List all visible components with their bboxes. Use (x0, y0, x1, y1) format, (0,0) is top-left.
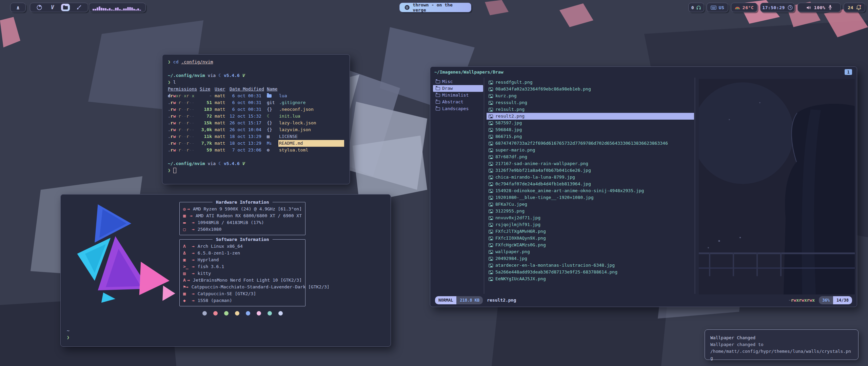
file-item[interactable]: 0c794faf07de24a4db4d4fb1eb813964.jpg (487, 181, 694, 187)
info-row: ▣ → Hyprland (183, 257, 302, 263)
sidebar-folder[interactable]: Landscapes (433, 105, 483, 112)
file-name: 587597.jpg (495, 120, 522, 126)
firefox-button[interactable] (35, 4, 44, 11)
file-item[interactable]: resssult.png (487, 99, 694, 106)
visualizer-bar (107, 9, 108, 11)
file-item[interactable]: 3122955.png (487, 208, 694, 215)
arch-icon: Λ (183, 243, 192, 250)
file-item[interactable]: super-mario.png (487, 147, 694, 154)
spotify-icon (405, 5, 410, 10)
permissions: drwxr-xr-x (168, 93, 197, 99)
notification-toast[interactable]: Wallpaper Changed Wallpaper changed to /… (705, 329, 859, 360)
file-item[interactable]: FXfcJlTXgAMvH6R.png (487, 228, 694, 235)
info-value: 1558 (pacman) (198, 297, 232, 304)
tray-unread[interactable]: 24 (844, 3, 865, 12)
filetype-icon: M↓ (267, 140, 276, 147)
file-manager-window[interactable]: ~/Imagenes/Wallpapers/Draw 1 Misc Draw M… (430, 66, 857, 307)
file-name: nnvuv0xj2df71.jpg (495, 215, 540, 221)
tray-notifications[interactable]: 0 (688, 3, 704, 12)
file-item[interactable]: 19201080-__blue-tinge__-1920×1080.jpg (487, 194, 694, 201)
file-item[interactable]: re1sult.png (487, 106, 694, 113)
image-icon (489, 264, 493, 267)
file-item[interactable]: 8FKa7Cu.jpeg (487, 201, 694, 208)
file-item[interactable]: result2.png (487, 113, 694, 120)
prompt-line[interactable]: ❯ (168, 167, 344, 174)
filetype-icon: ▤ (267, 133, 276, 140)
pane-divider (695, 78, 695, 294)
file-item[interactable]: 596848.jpg (487, 126, 694, 133)
listing-row: .rw-r--r-- 51 matt 6 oct 00:31 git .giti… (168, 99, 344, 106)
info-value: AMD ATI Radeon RX 6800/6800 XT / 6900 XT (196, 212, 302, 219)
tab-indicator[interactable]: 1 (845, 69, 852, 75)
lua-version: v5.4.6 (224, 160, 240, 167)
memory-icon: ▬ (183, 219, 192, 226)
tray-volume[interactable]: 100% (797, 3, 841, 12)
now-playing-widget[interactable]: thrown - on the verge (399, 3, 471, 12)
tray-clock[interactable]: 17:50:29 (760, 3, 795, 12)
terminal-window[interactable]: ❯cd.config/nvim ~/.config/nvimvia☾v5.4.6… (162, 54, 350, 184)
file-item[interactable]: 20492984.jpg (487, 255, 694, 262)
file-date: 26 oct 10:04 (230, 126, 264, 133)
lua-icon: ☾ (218, 160, 221, 167)
visualizer-bar (105, 8, 106, 11)
image-icon (489, 101, 493, 105)
file-item[interactable]: 87r687df.png (487, 154, 694, 160)
mode-badge: NORMAL (435, 296, 456, 304)
file-item[interactable]: chica-mirando-la-luna-8799.jpg (487, 174, 694, 181)
file-item[interactable]: EeNKYgIUcAAJ5JX.png (487, 276, 694, 282)
folder-icon (436, 80, 440, 83)
file-item[interactable]: ressdfgult.png (487, 79, 694, 86)
info-value: AMD Ryzen 9 5900X (24) @ 4.9GHz [61.3°on… (193, 206, 302, 212)
filetype-icon: {} (267, 126, 276, 133)
folder-icon (63, 5, 68, 9)
info-row: A → JetBrainsMono Nerd Font Light 10 [GT… (183, 277, 302, 284)
arrow-icon: → (190, 212, 193, 219)
sidebar-folder[interactable]: Abstract (433, 99, 483, 105)
file-item[interactable]: 08a634fa02a32364f69ebc86a98eb1eb.png (487, 86, 694, 93)
vim-indicator: V (242, 72, 245, 79)
tray-weather[interactable]: 26°C (731, 3, 757, 12)
launcher-button[interactable]: ∧ (10, 3, 26, 12)
fetch-window[interactable]: Hardware Information ◎ → AMD Ryzen 9 590… (60, 194, 391, 347)
file-item[interactable]: nnvuv0xj2df71.jpg (487, 215, 694, 221)
tray-keyboard-layout[interactable]: US (707, 3, 728, 12)
file-item[interactable]: FXfcII0X0AQyn9X.png (487, 235, 694, 242)
file-item[interactable]: wallpaper.png (487, 248, 694, 255)
firefox-icon (36, 4, 42, 11)
file-item[interactable]: atardecer-en-la-montanas-ilustracion-634… (487, 262, 694, 269)
file-item[interactable]: 3126f7e9bbf21a8a4af0b67b041c6e26.jpg (487, 167, 694, 174)
file-item[interactable]: 217167-sad-anime-rain-wallpaper.png (487, 160, 694, 167)
visualizer-bar (93, 9, 94, 11)
image-icon (489, 148, 493, 152)
file-listing: drwxr-xr-x - matt 6 oct 00:31 lua .rw-r-… (168, 93, 344, 154)
arrow-icon: → (192, 290, 195, 297)
crystal-logo (66, 200, 178, 305)
visualizer-bar (97, 7, 98, 11)
paint-button[interactable] (74, 4, 83, 11)
neovim-button[interactable]: V (48, 4, 57, 11)
image-icon (489, 189, 493, 193)
info-row: Δ → 6.5.8-zen1-1-zen (183, 250, 302, 257)
cwd: ~/.config/nvim (168, 72, 205, 79)
sidebar-folder[interactable]: Misc (433, 78, 483, 85)
microphone-icon (828, 5, 832, 10)
file-item[interactable]: FXfcHgcWIAMzs0G.png (487, 242, 694, 248)
file-item[interactable]: rsjqojlmjhf91.jpg (487, 221, 694, 228)
file-item[interactable]: 587597.jpg (487, 120, 694, 126)
info-row: ▨ → kitty (183, 270, 302, 277)
file-item[interactable]: 68747470733a2f2f696d616765732d7769786d70… (487, 140, 694, 147)
file-item[interactable]: 866715.png (487, 133, 694, 140)
file-item[interactable]: kurz.png (487, 93, 694, 99)
file-name: rsjqojlmjhf91.jpg (495, 221, 540, 228)
file-item[interactable]: 154928-odinokoe_anime-art-anime-okno-sin… (487, 187, 694, 194)
file-name: stylua.toml (278, 147, 344, 154)
file-item[interactable]: 5a266e448add93deab367d87173e9f25-6837886… (487, 269, 694, 276)
files-button[interactable] (61, 4, 70, 11)
visualizer-bar (113, 10, 115, 11)
prompt-line[interactable]: ❯ (67, 334, 70, 341)
permissions: .rw-r--r-- (168, 133, 197, 140)
sidebar-folder[interactable]: Draw (433, 85, 483, 92)
file-name: wallpaper.png (495, 248, 530, 255)
listing-row: drwxr-xr-x - matt 6 oct 00:31 lua (168, 93, 344, 99)
sidebar-folder[interactable]: Minimalist (433, 92, 483, 99)
